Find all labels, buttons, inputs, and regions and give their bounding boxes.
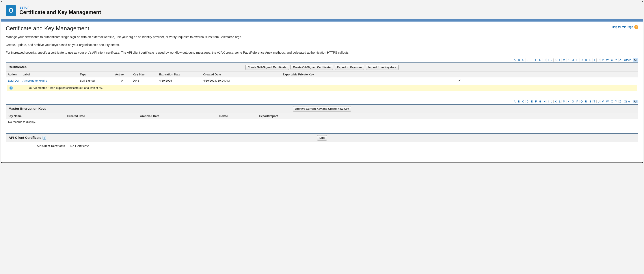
alpha-letter-d[interactable]: D (526, 100, 530, 103)
setup-header: SETUP Certificate and Key Management (1, 1, 643, 19)
col-exportable[interactable]: Exportable Private Key (281, 71, 638, 77)
alpha-letter-w[interactable]: W (605, 58, 610, 62)
alpha-letter-l[interactable]: L (558, 100, 562, 103)
alpha-letter-k[interactable]: K (554, 100, 558, 103)
alpha-letter-s[interactable]: S (588, 58, 592, 62)
alpha-letter-v[interactable]: V (601, 100, 605, 103)
create-ca-signed-button[interactable]: Create CA-Signed Certificate (290, 65, 333, 70)
alpha-letter-c[interactable]: C (521, 58, 526, 62)
alpha-letter-t[interactable]: T (592, 100, 596, 103)
alpha-letter-y[interactable]: Y (614, 58, 618, 62)
alpha-other[interactable]: Other (623, 58, 632, 62)
cell-expiration: 4/19/2025 (157, 77, 202, 84)
certificate-label-link[interactable]: Anypoint_to_expire (22, 79, 47, 82)
alpha-letter-u[interactable]: U (596, 100, 601, 103)
alpha-letter-o[interactable]: O (571, 100, 575, 103)
master-keys-title: Master Encryption Keys (8, 107, 46, 110)
archive-create-new-button[interactable]: Archive Current Key and Create New Key (293, 106, 352, 112)
alpha-other[interactable]: Other (623, 100, 632, 103)
alpha-letter-q[interactable]: Q (580, 58, 584, 62)
alpha-letter-z[interactable]: Z (618, 100, 622, 103)
info-icon[interactable]: i (42, 136, 46, 140)
col-keyname[interactable]: Key Name (6, 113, 66, 119)
alpha-all[interactable]: All (633, 100, 638, 103)
sort-asc-icon: ↑ (30, 73, 32, 76)
alpha-letter-f[interactable]: F (534, 58, 538, 62)
alpha-letter-a[interactable]: A (513, 58, 517, 62)
alpha-letter-e[interactable]: E (530, 100, 534, 103)
alpha-letter-n[interactable]: N (566, 58, 571, 62)
description-2: Create, update, and archive your keys ba… (6, 43, 638, 47)
master-keys-table: Key Name Created Date Archived Date Dele… (6, 113, 638, 119)
alpha-letter-f[interactable]: F (534, 100, 538, 103)
col-created[interactable]: Created Date (66, 113, 138, 119)
alpha-letter-i[interactable]: I (547, 58, 550, 62)
alpha-letter-b[interactable]: B (517, 58, 521, 62)
col-type[interactable]: Type (78, 71, 113, 77)
alpha-letter-w[interactable]: W (605, 100, 610, 103)
col-expiration[interactable]: Expiration Date (157, 71, 202, 77)
alpha-letter-h[interactable]: H (542, 58, 547, 62)
alpha-letter-h[interactable]: H (542, 100, 547, 103)
alpha-letter-i[interactable]: I (547, 100, 550, 103)
alpha-letter-x[interactable]: X (610, 100, 614, 103)
alpha-letter-s[interactable]: S (588, 100, 592, 103)
alpha-letter-y[interactable]: Y (614, 100, 618, 103)
col-created[interactable]: Created Date (202, 71, 281, 77)
page-title: Certificate and Key Management (6, 25, 89, 32)
col-keysize[interactable]: Key Size (131, 71, 157, 77)
col-active[interactable]: Active (113, 71, 131, 77)
alpha-letter-c[interactable]: C (521, 100, 526, 103)
alpha-letter-e[interactable]: E (530, 58, 534, 62)
create-self-signed-button[interactable]: Create Self-Signed Certificate (245, 65, 289, 70)
col-action: Action (6, 71, 21, 77)
col-label[interactable]: Label↑ (21, 71, 78, 77)
col-export[interactable]: Export/Import (257, 113, 638, 119)
alpha-letter-j[interactable]: J (550, 58, 554, 62)
info-message: You've created 1 non-expired certificate… (28, 86, 636, 90)
help-link[interactable]: Help for this Page ? (612, 25, 638, 29)
help-link-label: Help for this Page (612, 25, 633, 29)
certificates-table: Action Label↑ Type Active Key Size Expir… (6, 71, 638, 92)
alpha-letter-d[interactable]: D (526, 58, 530, 62)
alpha-letter-k[interactable]: K (554, 58, 558, 62)
alpha-letter-v[interactable]: V (601, 58, 605, 62)
alpha-letter-o[interactable]: O (571, 58, 575, 62)
export-keystore-button[interactable]: Export to Keystore (335, 65, 364, 70)
alpha-letter-a[interactable]: A (513, 100, 517, 103)
header-title: Certificate and Key Management (20, 9, 101, 15)
info-icon: i (10, 86, 13, 90)
edit-link[interactable]: Edit (8, 79, 12, 82)
alpha-letter-g[interactable]: G (538, 58, 542, 62)
alpha-filter-certificates: ABCDEFGHIJKLMNOPQRSTUVWXYZ Other All (6, 58, 638, 62)
alpha-letter-m[interactable]: M (562, 100, 566, 103)
alpha-letter-q[interactable]: Q (580, 100, 584, 103)
alpha-letter-p[interactable]: P (575, 58, 580, 62)
alpha-letter-j[interactable]: J (550, 100, 554, 103)
alpha-all[interactable]: All (633, 58, 638, 62)
alpha-letter-p[interactable]: P (575, 100, 580, 103)
delete-link[interactable]: Del (15, 79, 19, 82)
alpha-letter-r[interactable]: R (584, 58, 588, 62)
alpha-letter-n[interactable]: N (566, 100, 571, 103)
info-row: i You've created 1 non-expired certifica… (6, 84, 638, 92)
alpha-letter-b[interactable]: B (517, 100, 521, 103)
help-icon: ? (634, 25, 638, 29)
alpha-letter-z[interactable]: Z (618, 58, 622, 62)
api-field-label: API Client Certificate (8, 144, 70, 148)
col-delete[interactable]: Delete (218, 113, 257, 119)
import-keystore-button[interactable]: Import from Keystore (366, 65, 399, 70)
blue-divider (1, 19, 643, 21)
alpha-letter-t[interactable]: T (592, 58, 596, 62)
alpha-letter-g[interactable]: G (538, 100, 542, 103)
empty-message: No records to display. (6, 119, 638, 125)
alpha-letter-r[interactable]: R (584, 100, 588, 103)
alpha-letter-m[interactable]: M (562, 58, 566, 62)
alpha-letter-l[interactable]: L (558, 58, 562, 62)
alpha-letter-x[interactable]: X (610, 58, 614, 62)
alpha-letter-u[interactable]: U (596, 58, 601, 62)
table-row: Edit|Del Anypoint_to_expire Self-Signed … (6, 77, 638, 84)
col-archived[interactable]: Archived Date (138, 113, 218, 119)
edit-button[interactable]: Edit (317, 135, 327, 140)
description-1: Manage your certificates to authenticate… (6, 35, 638, 39)
